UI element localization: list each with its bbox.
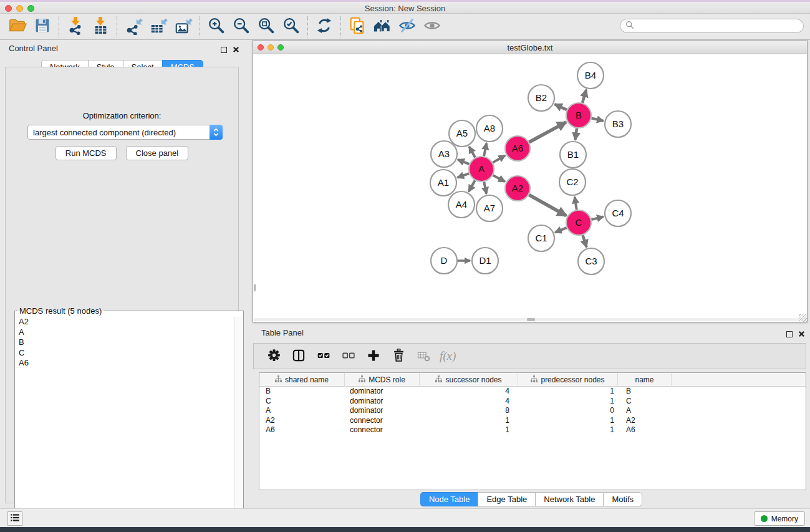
graph-node-A6[interactable]: A6 (505, 136, 530, 161)
zoom-selected-button[interactable] (279, 16, 304, 38)
run-mcds-button[interactable]: Run MCDS (55, 146, 117, 160)
apply-layout-button[interactable] (312, 16, 337, 38)
float-panel-icon[interactable] (221, 47, 227, 53)
graph-node-B4[interactable]: B4 (577, 62, 604, 89)
function-builder-button[interactable]: f(x) (437, 349, 456, 363)
table-row[interactable]: Bdominator41B (259, 387, 806, 397)
task-history-button[interactable] (7, 511, 22, 526)
graph-node-A4[interactable]: A4 (448, 191, 475, 218)
svg-text:A6: A6 (512, 143, 523, 153)
delete-column-button[interactable] (387, 346, 410, 367)
graph-node-B3[interactable]: B3 (605, 111, 631, 137)
graph-node-D1[interactable]: D1 (472, 248, 498, 274)
graph-node-A3[interactable]: A3 (431, 141, 457, 167)
column-header-label: MCDS role (369, 375, 405, 384)
tab-edge-table[interactable]: Edge Table (478, 492, 535, 506)
column-header-label: predecessor nodes (541, 375, 604, 384)
table-cell: C (618, 397, 672, 407)
delete-table-button[interactable] (412, 346, 435, 367)
horizontal-scrollbar[interactable] (254, 318, 806, 321)
select-all-button[interactable] (312, 346, 335, 367)
import-network-button[interactable] (63, 16, 88, 38)
list-icon (9, 512, 21, 525)
graph-node-A1[interactable]: A1 (430, 170, 456, 196)
deselect-all-icon (340, 347, 357, 365)
table-row[interactable]: A6connector11A6 (259, 425, 806, 435)
zoom-out-button[interactable] (229, 16, 254, 38)
graph-node-A7[interactable]: A7 (476, 195, 503, 221)
table-row[interactable]: Adominator80A (259, 406, 806, 416)
graph-node-C2[interactable]: C2 (559, 169, 586, 195)
vertical-scroll-thumb[interactable] (254, 284, 256, 291)
graph-node-A5[interactable]: A5 (449, 120, 475, 147)
zoom-fit-button[interactable] (254, 16, 279, 38)
tab-motifs[interactable]: Motifs (603, 492, 642, 506)
import-table-button[interactable] (88, 16, 113, 38)
table-cell: A (259, 406, 345, 416)
mcds-result-item[interactable]: B (16, 337, 234, 348)
open-file-button[interactable] (5, 16, 30, 38)
create-column-button[interactable] (362, 346, 385, 367)
graph-node-C[interactable]: C (566, 210, 591, 235)
search-input[interactable] (634, 21, 803, 32)
zoom-in-button[interactable] (204, 16, 229, 38)
mcds-result-item[interactable]: A2 (16, 317, 234, 327)
graph-node-A[interactable]: A (469, 157, 494, 181)
hide-selected-button[interactable] (395, 16, 420, 38)
close-panel-button[interactable]: Close panel (126, 146, 189, 160)
save-session-button[interactable] (30, 16, 55, 38)
float-table-panel-icon[interactable] (786, 331, 793, 337)
export-image-button[interactable] (171, 16, 196, 38)
mcds-result-item[interactable]: A6 (16, 358, 234, 369)
network-window-titlebar[interactable]: testGlobe.txt (253, 41, 807, 54)
show-hidden-button[interactable] (420, 16, 445, 38)
eye-slash-icon (398, 16, 417, 37)
svg-text:C1: C1 (535, 233, 547, 243)
column-header-successor-nodes[interactable]: successor nodes (420, 373, 518, 387)
table-settings-button[interactable] (263, 346, 285, 367)
graph-edge-A-A2 (493, 175, 505, 181)
mcds-result-item[interactable]: A (16, 327, 234, 338)
search-box[interactable] (620, 19, 804, 33)
horizontal-scroll-thumb[interactable] (527, 318, 535, 321)
table-cell: 1 (420, 425, 518, 435)
table-panel-title: Table Panel (261, 328, 304, 337)
table-tabs: Node TableEdge TableNetwork TableMotifs (253, 492, 810, 506)
column-header-predecessor-nodes[interactable]: predecessor nodes (518, 373, 618, 387)
memory-button[interactable]: Memory (754, 511, 805, 526)
graph-node-A8[interactable]: A8 (476, 115, 503, 142)
column-header-name[interactable]: name (618, 373, 672, 387)
clone-network-button[interactable] (345, 16, 370, 38)
graph-edge-A-A7 (484, 182, 486, 194)
deselect-all-button[interactable] (337, 346, 360, 367)
home-button[interactable] (370, 16, 395, 38)
graph-node-D[interactable]: D (431, 248, 457, 274)
resize-handle[interactable] (799, 314, 807, 322)
mcds-result-item[interactable]: C (16, 348, 234, 359)
graph-node-B[interactable]: B (566, 103, 591, 128)
graph-node-C1[interactable]: C1 (528, 225, 554, 251)
graph-node-B1[interactable]: B1 (560, 142, 586, 168)
toolbar-separator (340, 16, 341, 37)
network-canvas[interactable]: A5A8A3A1A4A7AA6A2B2B4BB3B1C2C4CC1C3DD1 (254, 54, 806, 319)
table-row[interactable]: A2connector11A2 (259, 416, 806, 426)
column-header-shared-name[interactable]: shared name (259, 373, 345, 387)
close-table-panel-icon[interactable] (798, 329, 805, 340)
window-titlebar[interactable]: Session: New Session (0, 2, 810, 14)
column-header-label: name (635, 375, 653, 384)
criterion-select[interactable]: largest connected component (directed) (27, 125, 223, 140)
export-network-button[interactable] (121, 16, 146, 38)
tab-network-table[interactable]: Network Table (535, 492, 603, 506)
tab-node-table[interactable]: Node Table (420, 492, 478, 506)
show-columns-button[interactable] (287, 346, 310, 367)
graph-node-C4[interactable]: C4 (605, 200, 631, 226)
graph-node-B2[interactable]: B2 (528, 85, 554, 111)
graph-node-A2[interactable]: A2 (505, 176, 530, 201)
close-panel-icon[interactable] (233, 44, 239, 56)
table-row[interactable]: Cdominator41C (259, 397, 806, 407)
column-header-mcds-role[interactable]: MCDS role (345, 373, 420, 387)
result-scrollbar[interactable] (234, 317, 243, 523)
graph-node-C3[interactable]: C3 (578, 248, 604, 274)
export-table-button[interactable] (146, 16, 171, 38)
mcds-result-list[interactable]: A2ABCA6 (16, 317, 234, 523)
